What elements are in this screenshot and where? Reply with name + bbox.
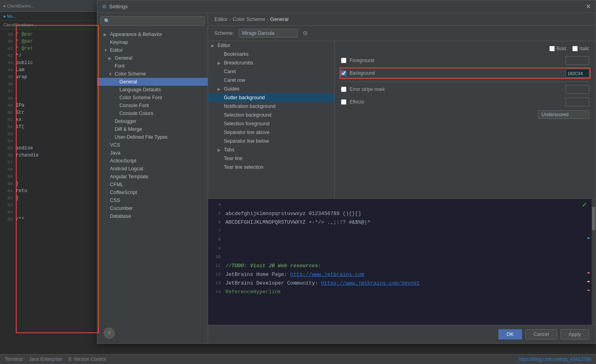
tree-item-debugger[interactable]: Debugger <box>97 117 208 125</box>
ide-tab[interactable]: ● ClientBanne... <box>3 4 34 8</box>
tree-item-console-font[interactable]: Console Font <box>97 102 208 109</box>
preview-linenum: 4 <box>213 202 221 207</box>
color-item-separator-line-above[interactable]: Separator line above <box>208 128 334 137</box>
bold-checkbox[interactable] <box>549 46 555 51</box>
ide-line: 43public <box>0 59 102 66</box>
ok-button[interactable]: OK <box>498 329 522 339</box>
tree-item-coffeescript[interactable]: CoffeeScript <box>97 189 208 196</box>
bold-option: Bold <box>549 46 566 51</box>
preview-scroll-thumb[interactable] <box>592 207 595 230</box>
tree-item-user-defined-file-types[interactable]: User-Defined File Types <box>97 133 208 141</box>
color-item-editor[interactable]: ▶Editor <box>208 41 334 50</box>
color-item-tabs[interactable]: ▶Tabs <box>208 145 334 154</box>
color-item-separator-line-below[interactable]: Separator line below <box>208 137 334 145</box>
color-item-breadcrumbs[interactable]: ▶Breadcrumbs <box>208 58 334 67</box>
scheme-label: Scheme: <box>214 30 234 36</box>
tree-item-general[interactable]: ▶General <box>97 54 208 62</box>
error-stripe-swatch[interactable] <box>566 85 589 94</box>
tree-arrow: ▶ <box>108 56 113 60</box>
tree-item-label: Cucumber <box>110 206 133 211</box>
effects-color-swatch[interactable] <box>566 98 589 106</box>
ide-code-text: IPa <box>16 103 25 108</box>
error-stripe-label: Error stripe mark <box>350 87 562 92</box>
color-item-label: Tear line <box>224 156 242 161</box>
preview-linenum: 13 <box>213 281 221 285</box>
color-item-tear-line[interactable]: Tear line <box>208 154 334 163</box>
gear-icon[interactable]: ⚙ <box>303 30 308 37</box>
version-tab[interactable]: 9: Version Control <box>68 356 106 362</box>
color-item-caret[interactable]: Caret <box>208 67 334 76</box>
tree-item-vcs[interactable]: VCS <box>97 141 208 149</box>
color-item-caret-row[interactable]: Caret row <box>208 76 334 85</box>
tree-item-diff-&-merge[interactable]: Diff & Merge <box>97 125 208 133</box>
tree-item-label: ActionScript <box>110 158 136 164</box>
preview-code-content: ABCDEFGHIJKLMNOPQRSTUVWXYZ +-*/= .,;:!? … <box>225 219 585 225</box>
tree-item-actionscript[interactable]: ActionScript <box>97 157 208 165</box>
background-color-swatch[interactable]: 182C34 <box>566 69 589 77</box>
color-item-gutter-background[interactable]: Gutter background <box>208 93 334 102</box>
search-box[interactable]: 🔍 <box>100 16 204 26</box>
tree-item-cucumber[interactable]: Cucumber <box>97 204 208 212</box>
tree-item-label: Color Scheme Font <box>119 95 162 100</box>
color-item-label: Selection foreground <box>224 121 269 126</box>
ide-linenum: 46 <box>2 82 13 87</box>
italic-checkbox[interactable] <box>572 46 578 51</box>
preview-line: 10 <box>213 253 585 261</box>
tree-item-general[interactable]: General <box>97 78 208 86</box>
foreground-checkbox[interactable] <box>341 58 346 63</box>
tree-item-console-colors[interactable]: Console Colors <box>97 109 208 117</box>
preview-linenum: 11 <box>213 263 221 268</box>
effects-checkbox[interactable] <box>341 99 346 105</box>
breadcrumb-general: General <box>270 16 288 22</box>
preview-linenum: 10 <box>213 255 221 259</box>
modal-titlebar: ⚙ Settings ✕ <box>97 0 596 13</box>
tree-item-android-logcat[interactable]: Android Logcat <box>97 165 208 173</box>
color-item-notification-background[interactable]: Notification background <box>208 102 334 111</box>
tree-item-color-scheme[interactable]: ▼Color Scheme <box>97 70 208 78</box>
foreground-row: Foreground <box>341 56 589 65</box>
tree-item-database[interactable]: Database <box>97 212 208 220</box>
tree-item-cfml[interactable]: CFML <box>97 181 208 189</box>
search-input[interactable] <box>112 18 201 24</box>
breadcrumb-sep1: › <box>229 16 231 22</box>
breadcrumb-colorscheme: Color Scheme <box>233 16 265 22</box>
preview-link[interactable]: https://www.jetbrains.com/devnet <box>321 280 420 286</box>
ide-linenum: 56 <box>2 153 13 158</box>
ide-linenum: 43 <box>2 60 13 65</box>
tree-item-color-scheme-font[interactable]: Color Scheme Font <box>97 94 208 102</box>
color-item-tear-line-selection[interactable]: Tear line selection <box>208 163 334 172</box>
tree-item-angular-template[interactable]: Angular Template <box>97 173 208 181</box>
tree-item-language-defaults[interactable]: Language Defaults <box>97 86 208 94</box>
tree-item-java[interactable]: Java <box>97 149 208 157</box>
help-button[interactable]: ? <box>104 328 115 339</box>
preview-link[interactable]: http://www.jetbrains.com <box>290 272 364 277</box>
background-checkbox[interactable] <box>341 70 346 76</box>
scheme-select[interactable]: Mirage Darcula <box>238 29 298 38</box>
foreground-color-swatch[interactable] <box>566 56 589 65</box>
java-tab[interactable]: Java Enterprise <box>29 356 62 362</box>
color-item-label: Notification background <box>224 104 276 109</box>
color-item-bookmarks[interactable]: Bookmarks <box>208 50 334 58</box>
ide-linenum: 58 <box>2 167 13 172</box>
tree-item-appearance-&-behavior[interactable]: ▶Appearance & Behavior <box>97 30 208 38</box>
tree-item-font[interactable]: Font <box>97 62 208 70</box>
preview-line: 13JetBrains Developer Community: https:/… <box>213 279 585 287</box>
tree-item-css[interactable]: CSS <box>97 196 208 204</box>
apply-button[interactable]: Apply <box>560 329 589 339</box>
ide-line: 44Lam <box>0 66 102 74</box>
error-stripe-checkbox[interactable] <box>341 87 346 92</box>
color-item-selection-background[interactable]: Selection background <box>208 111 334 119</box>
color-item-selection-foreground[interactable]: Selection foreground <box>208 119 334 128</box>
cancel-button[interactable]: Cancel <box>525 329 557 339</box>
preview-code-content: abcdefghijklmnopqrstuvwxyz 0123456789 ()… <box>225 211 585 217</box>
close-button[interactable]: ✕ <box>586 3 591 10</box>
terminal-tab[interactable]: Terminal <box>5 356 23 362</box>
effects-dropdown[interactable]: Underscored <box>538 110 589 119</box>
ide-linenum: 48 <box>2 96 13 101</box>
tree-item-editor[interactable]: ▼Editor <box>97 46 208 54</box>
ide-line: 65/** <box>0 216 102 223</box>
color-item-guides[interactable]: ▶Guides <box>208 85 334 93</box>
preview-linenum: 6 <box>213 220 221 224</box>
tree-item-keymap[interactable]: Keymap <box>97 38 208 46</box>
preview-scrollbar[interactable] <box>592 199 596 325</box>
